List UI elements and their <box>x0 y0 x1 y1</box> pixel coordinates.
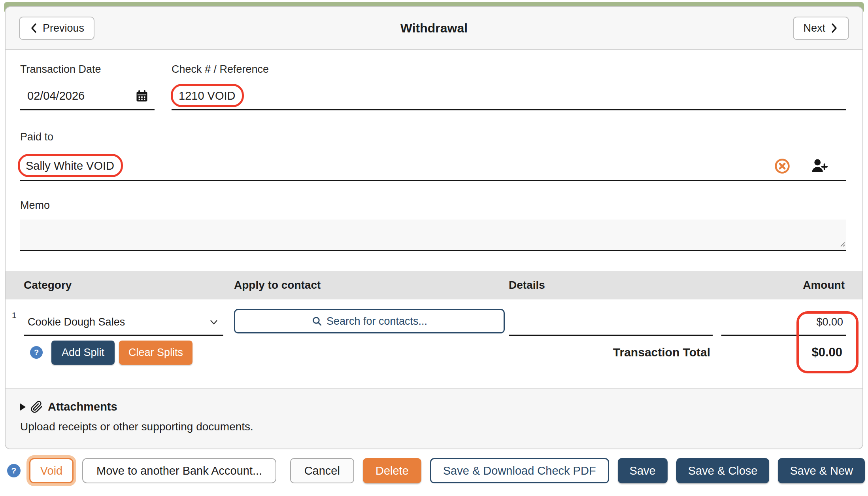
memo-input[interactable] <box>20 220 846 251</box>
next-button[interactable]: Next <box>793 17 849 40</box>
calendar-icon[interactable] <box>132 87 151 106</box>
next-label: Next <box>803 22 825 34</box>
panel-header: Withdrawal Previous Next <box>6 7 862 50</box>
disclosure-triangle-icon <box>20 403 26 411</box>
delete-button[interactable]: Delete <box>363 458 421 483</box>
transaction-form: Transaction Date 02/04/2026 <box>6 50 862 251</box>
column-header-amount: Amount <box>721 279 846 292</box>
amount-input[interactable]: $0.00 <box>721 316 846 336</box>
void-button[interactable]: Void <box>29 458 74 483</box>
save-new-button[interactable]: Save & New <box>778 458 865 483</box>
category-select[interactable]: Cookie Dough Sales <box>24 316 223 336</box>
splits-help-icon[interactable]: ? <box>30 346 43 359</box>
save-download-pdf-button[interactable]: Save & Download Check PDF <box>430 458 609 483</box>
withdrawal-screen: Withdrawal Previous Next Transaction Dat… <box>0 0 868 496</box>
add-split-button[interactable]: Add Split <box>51 341 115 365</box>
footer-help-icon[interactable]: ? <box>7 464 21 477</box>
check-reference-label: Check # / Reference <box>172 63 846 76</box>
save-button[interactable]: Save <box>618 458 668 483</box>
splits-controls: ? Add Split Clear Splits Transaction Tot… <box>6 336 862 372</box>
attachments-section: Attachments Upload receipts or other sup… <box>6 388 862 449</box>
transaction-date-input[interactable]: 02/04/2026 <box>20 83 155 110</box>
footer-action-bar: ? Void Move to another Bank Account... C… <box>4 456 865 485</box>
split-row: 1 Cookie Dough Sales Search for contacts… <box>6 299 862 336</box>
column-header-category: Category <box>24 279 234 292</box>
search-contacts-button[interactable]: Search for contacts... <box>234 309 505 333</box>
clear-splits-button[interactable]: Clear Splits <box>119 341 192 365</box>
paid-to-label: Paid to <box>20 131 846 143</box>
attachments-title: Attachments <box>48 400 117 413</box>
split-table-header: Category Apply to contact Details Amount <box>6 271 862 299</box>
transaction-total-label: Transaction Total <box>613 346 710 359</box>
chevron-left-icon <box>29 23 39 34</box>
chevron-right-icon <box>829 23 839 34</box>
paid-to-input[interactable]: Sally White VOID <box>20 152 846 181</box>
search-contacts-placeholder: Search for contacts... <box>326 315 427 328</box>
clear-contact-icon[interactable] <box>774 157 791 175</box>
check-reference-value: 1210 VOID <box>179 89 235 102</box>
transaction-total-value: $0.00 <box>710 345 846 360</box>
row-number: 1 <box>12 310 17 320</box>
add-contact-icon[interactable] <box>809 156 830 176</box>
transaction-date-label: Transaction Date <box>20 63 155 76</box>
column-header-details: Details <box>509 279 721 292</box>
memo-label: Memo <box>20 199 846 212</box>
move-bank-account-button[interactable]: Move to another Bank Account... <box>82 458 276 483</box>
transaction-date-value: 02/04/2026 <box>20 89 85 102</box>
paid-to-value: Sally White VOID <box>26 159 114 172</box>
details-input[interactable] <box>509 316 713 336</box>
search-icon <box>311 316 323 327</box>
save-close-button[interactable]: Save & Close <box>676 458 770 483</box>
chevron-down-icon <box>209 319 219 326</box>
withdrawal-panel: Withdrawal Previous Next Transaction Dat… <box>5 6 863 449</box>
attachments-toggle[interactable]: Attachments <box>20 400 846 413</box>
check-reference-input[interactable]: 1210 VOID <box>172 83 846 110</box>
column-header-apply-to-contact: Apply to contact <box>234 279 509 292</box>
paperclip-icon <box>30 401 43 413</box>
attachments-description: Upload receipts or other supporting docu… <box>20 420 846 433</box>
previous-button[interactable]: Previous <box>19 17 94 40</box>
previous-label: Previous <box>43 22 84 34</box>
cancel-button[interactable]: Cancel <box>290 458 354 483</box>
category-select-value: Cookie Dough Sales <box>28 316 125 328</box>
page-title: Withdrawal <box>6 21 862 36</box>
